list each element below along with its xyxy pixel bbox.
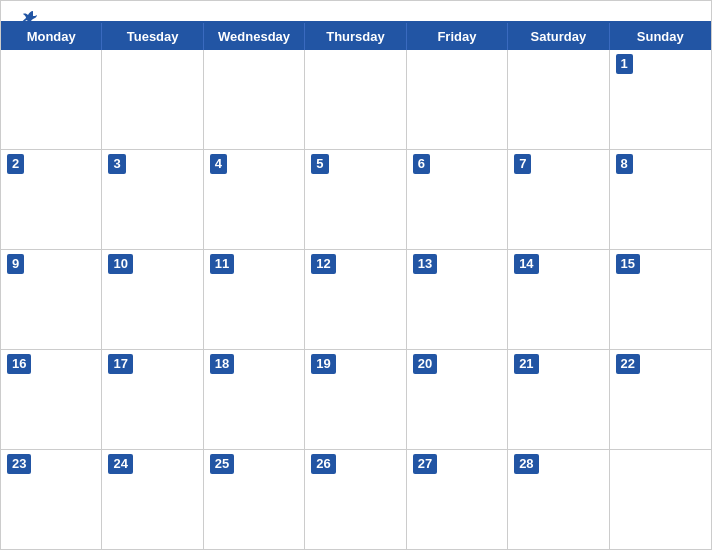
day-cell-2: 2 bbox=[1, 150, 102, 249]
day-headers: MondayTuesdayWednesdayThursdayFridaySatu… bbox=[1, 23, 711, 50]
day-cell-13: 13 bbox=[407, 250, 508, 349]
day-number: 12 bbox=[311, 254, 335, 274]
day-number: 9 bbox=[7, 254, 24, 274]
day-number: 19 bbox=[311, 354, 335, 374]
day-number: 8 bbox=[616, 154, 633, 174]
day-cell-23: 23 bbox=[1, 450, 102, 549]
day-header-tuesday: Tuesday bbox=[102, 23, 203, 50]
day-cell-17: 17 bbox=[102, 350, 203, 449]
day-cell-22: 22 bbox=[610, 350, 711, 449]
day-cell-7: 7 bbox=[508, 150, 609, 249]
day-cell-empty bbox=[508, 50, 609, 149]
day-cell-15: 15 bbox=[610, 250, 711, 349]
day-cell-11: 11 bbox=[204, 250, 305, 349]
week-row-4: 232425262728 bbox=[1, 450, 711, 549]
day-number: 22 bbox=[616, 354, 640, 374]
week-row-1: 2345678 bbox=[1, 150, 711, 250]
logo-bird-icon bbox=[19, 9, 39, 29]
day-number: 21 bbox=[514, 354, 538, 374]
calendar-grid: MondayTuesdayWednesdayThursdayFridaySatu… bbox=[1, 21, 711, 549]
day-cell-16: 16 bbox=[1, 350, 102, 449]
day-number: 23 bbox=[7, 454, 31, 474]
day-header-sunday: Sunday bbox=[610, 23, 711, 50]
day-cell-25: 25 bbox=[204, 450, 305, 549]
day-cell-empty bbox=[102, 50, 203, 149]
day-number: 1 bbox=[616, 54, 633, 74]
day-number: 28 bbox=[514, 454, 538, 474]
day-header-monday: Monday bbox=[1, 23, 102, 50]
day-number: 27 bbox=[413, 454, 437, 474]
day-cell-3: 3 bbox=[102, 150, 203, 249]
day-cell-14: 14 bbox=[508, 250, 609, 349]
day-number: 4 bbox=[210, 154, 227, 174]
day-header-wednesday: Wednesday bbox=[204, 23, 305, 50]
day-header-saturday: Saturday bbox=[508, 23, 609, 50]
day-cell-empty bbox=[610, 450, 711, 549]
day-cell-empty bbox=[1, 50, 102, 149]
day-cell-10: 10 bbox=[102, 250, 203, 349]
day-number: 15 bbox=[616, 254, 640, 274]
weeks-container: 1234567891011121314151617181920212223242… bbox=[1, 50, 711, 549]
day-number: 3 bbox=[108, 154, 125, 174]
day-cell-21: 21 bbox=[508, 350, 609, 449]
day-number: 5 bbox=[311, 154, 328, 174]
day-header-friday: Friday bbox=[407, 23, 508, 50]
day-number: 10 bbox=[108, 254, 132, 274]
day-cell-1: 1 bbox=[610, 50, 711, 149]
day-number: 20 bbox=[413, 354, 437, 374]
day-cell-4: 4 bbox=[204, 150, 305, 249]
day-cell-empty bbox=[407, 50, 508, 149]
day-cell-26: 26 bbox=[305, 450, 406, 549]
calendar: MondayTuesdayWednesdayThursdayFridaySatu… bbox=[0, 0, 712, 550]
day-cell-24: 24 bbox=[102, 450, 203, 549]
day-number: 26 bbox=[311, 454, 335, 474]
day-cell-28: 28 bbox=[508, 450, 609, 549]
day-cell-empty bbox=[204, 50, 305, 149]
day-cell-20: 20 bbox=[407, 350, 508, 449]
day-number: 7 bbox=[514, 154, 531, 174]
day-cell-19: 19 bbox=[305, 350, 406, 449]
day-cell-12: 12 bbox=[305, 250, 406, 349]
day-cell-6: 6 bbox=[407, 150, 508, 249]
day-number: 16 bbox=[7, 354, 31, 374]
calendar-header bbox=[1, 1, 711, 21]
week-row-3: 16171819202122 bbox=[1, 350, 711, 450]
day-number: 17 bbox=[108, 354, 132, 374]
day-header-thursday: Thursday bbox=[305, 23, 406, 50]
week-row-2: 9101112131415 bbox=[1, 250, 711, 350]
day-cell-9: 9 bbox=[1, 250, 102, 349]
day-cell-8: 8 bbox=[610, 150, 711, 249]
day-cell-empty bbox=[305, 50, 406, 149]
day-number: 24 bbox=[108, 454, 132, 474]
day-number: 18 bbox=[210, 354, 234, 374]
day-number: 11 bbox=[210, 254, 234, 274]
day-number: 2 bbox=[7, 154, 24, 174]
day-number: 25 bbox=[210, 454, 234, 474]
day-number: 6 bbox=[413, 154, 430, 174]
day-cell-18: 18 bbox=[204, 350, 305, 449]
day-number: 14 bbox=[514, 254, 538, 274]
day-cell-27: 27 bbox=[407, 450, 508, 549]
day-cell-5: 5 bbox=[305, 150, 406, 249]
day-number: 13 bbox=[413, 254, 437, 274]
week-row-0: 1 bbox=[1, 50, 711, 150]
